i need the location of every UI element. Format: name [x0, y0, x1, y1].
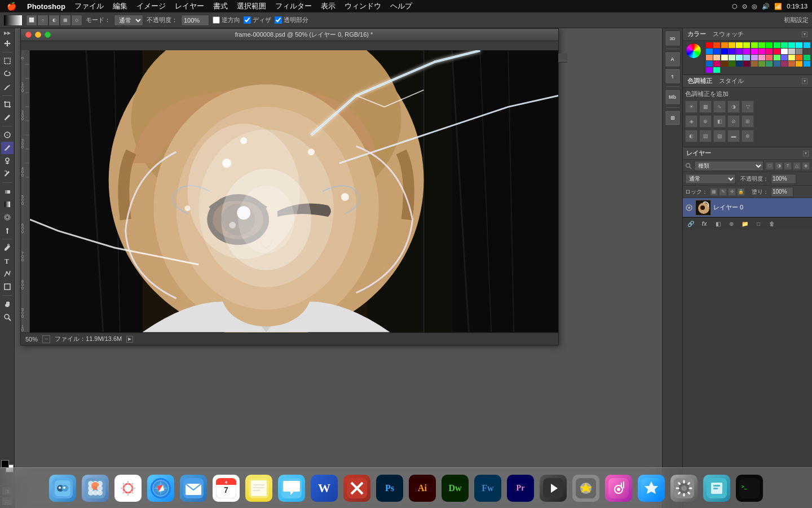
color-swatch[interactable]	[736, 61, 743, 67]
curves-adj-btn[interactable]: ∿	[713, 100, 726, 113]
gradient-adj-btn[interactable]: ▬	[727, 130, 740, 142]
crop-tool[interactable]	[1, 98, 14, 111]
color-swatch[interactable]	[729, 42, 735, 48]
color-swatch[interactable]	[706, 55, 713, 60]
hand-tool[interactable]	[1, 298, 14, 310]
mixer-adj-btn[interactable]: ⊞	[742, 115, 754, 128]
reflected-gradient-btn[interactable]: ▦	[60, 15, 71, 26]
color-swatch[interactable]	[721, 49, 728, 54]
color-panel-header[interactable]: カラー スウォッチ ▼	[683, 28, 812, 41]
dock-photos-item[interactable]	[113, 473, 143, 503]
color-swatch[interactable]	[788, 42, 795, 48]
close-button[interactable]	[25, 32, 32, 38]
color-swatch[interactable]	[751, 49, 758, 54]
toolbar-expand-btn[interactable]: ▶▶	[4, 30, 11, 36]
dock-crossover-item[interactable]	[342, 473, 372, 503]
dock-safari-item[interactable]	[145, 473, 176, 503]
dock-sysprefs-item[interactable]	[669, 473, 699, 503]
dock-ps-item[interactable]: Ps	[374, 473, 405, 503]
delete-layer-btn[interactable]: 🗑	[766, 219, 778, 229]
color-swatch[interactable]	[729, 49, 735, 54]
apple-menu[interactable]: 🍎	[0, 2, 23, 11]
layers-panel-header[interactable]: レイヤー ▼	[683, 147, 812, 160]
color-swatch[interactable]	[729, 55, 735, 60]
menu-image[interactable]: イメージ	[132, 0, 170, 12]
dock-launchpad-item[interactable]	[80, 473, 111, 503]
layers-panel-expand[interactable]: ▼	[803, 151, 809, 156]
menu-select[interactable]: 選択範囲	[232, 0, 271, 12]
menu-edit[interactable]: 編集	[108, 0, 132, 12]
zoom-info-btn[interactable]: ↔	[42, 335, 50, 343]
color-swatch[interactable]	[706, 67, 713, 73]
color-swatch[interactable]	[751, 55, 758, 60]
filter-smart-btn[interactable]: ◈	[802, 162, 810, 170]
lock-position-btn[interactable]: ✛	[728, 188, 736, 196]
vibrance-adj-btn[interactable]: ▽	[742, 100, 754, 113]
dock-finder2-item[interactable]	[701, 473, 732, 503]
eyedropper-tool[interactable]	[1, 111, 14, 124]
selective-adj-btn[interactable]: ⊗	[742, 130, 754, 142]
history-brush-tool[interactable]	[1, 168, 14, 180]
lock-transparent-btn[interactable]: ▦	[710, 188, 718, 196]
pen-tool[interactable]	[1, 242, 14, 254]
fx-btn[interactable]: fx	[699, 219, 710, 229]
color-swatch[interactable]	[713, 61, 720, 67]
dock-terminal-item[interactable]: >_	[734, 473, 765, 503]
linear-gradient-btn[interactable]: ⬜	[26, 15, 37, 26]
dock-mail-item[interactable]	[178, 473, 209, 503]
color-swatch[interactable]	[706, 61, 713, 67]
layer-visibility-btn[interactable]	[685, 204, 693, 212]
color-swatch[interactable]	[743, 55, 750, 60]
color-swatch[interactable]	[736, 42, 743, 48]
color-swatch[interactable]	[758, 42, 765, 48]
fill-input[interactable]	[771, 187, 793, 197]
3d-panel-btn[interactable]: 3D	[665, 30, 681, 46]
menu-file[interactable]: ファイル	[70, 0, 108, 12]
menu-view[interactable]: 表示	[316, 0, 340, 12]
lock-all-btn[interactable]: 🔒	[737, 188, 745, 196]
levels-adj-btn[interactable]: ▦	[699, 100, 712, 113]
menu-layer[interactable]: レイヤー	[170, 0, 209, 12]
dock-notes-item[interactable]	[244, 473, 274, 503]
color-swatch[interactable]	[804, 49, 810, 54]
canvas-viewport[interactable]	[30, 50, 558, 332]
dock-word-item[interactable]: W	[309, 473, 339, 503]
dock-ai-item[interactable]: Ai	[407, 473, 438, 503]
color-swatch[interactable]	[758, 61, 765, 67]
gradient-preview[interactable]	[3, 15, 23, 26]
move-tool[interactable]	[1, 37, 14, 50]
new-layer-btn[interactable]: □	[753, 219, 764, 229]
clone-tool[interactable]	[1, 155, 14, 167]
dock-imovie-item[interactable]	[538, 473, 568, 503]
color-swatch[interactable]	[751, 42, 758, 48]
filter-shape-btn[interactable]: △	[793, 162, 801, 170]
color-swatch[interactable]	[751, 61, 758, 67]
dock-fw-item[interactable]: Fw	[473, 473, 503, 503]
color-swatch[interactable]	[713, 67, 720, 73]
color-swatch[interactable]	[788, 55, 795, 60]
color-swatch[interactable]	[774, 55, 780, 60]
hsl-adj-btn[interactable]: ◈	[685, 115, 698, 128]
menu-filter[interactable]: フィルター	[271, 0, 316, 12]
shape-tool[interactable]	[1, 281, 14, 293]
color-swatch[interactable]	[781, 49, 788, 54]
dither-checkbox[interactable]	[244, 16, 251, 24]
exposure-adj-btn[interactable]: ◑	[727, 100, 740, 113]
link-icon-btn[interactable]: 🔗	[685, 219, 696, 229]
selection-tool[interactable]	[1, 55, 14, 67]
color-swatch[interactable]	[804, 61, 810, 67]
menu-help[interactable]: ヘルプ	[386, 0, 417, 12]
color-swatch[interactable]	[706, 42, 713, 48]
adj-panel-expand[interactable]: ▼	[802, 78, 807, 84]
color-swatch[interactable]	[721, 42, 728, 48]
lasso-tool[interactable]	[1, 68, 14, 80]
dock-appstore-item[interactable]	[636, 473, 667, 503]
color-swatch[interactable]	[781, 55, 788, 60]
color-swatch[interactable]	[766, 61, 773, 67]
dodge-tool[interactable]	[1, 224, 14, 237]
color-swatch[interactable]	[713, 49, 720, 54]
minimize-button[interactable]	[35, 32, 41, 38]
angle-gradient-btn[interactable]: ◐	[48, 15, 60, 26]
dock-messages-item[interactable]	[276, 473, 307, 503]
filter-pixel-btn[interactable]: □	[766, 162, 774, 170]
